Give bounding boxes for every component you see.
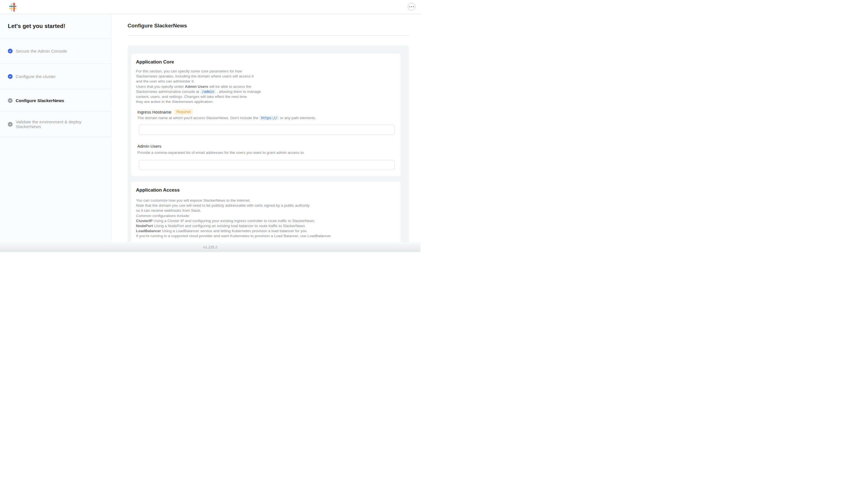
version-footer: v1.125.2 (0, 242, 420, 252)
application-core-card: Application Core For this section, you c… (131, 54, 401, 177)
ingress-hostname-input[interactable] (139, 125, 394, 135)
admin-users-label: Admin Users (137, 144, 161, 148)
step-label: Configure SlackerNews (16, 98, 64, 103)
version-text: v1.125.2 (203, 245, 217, 249)
required-badge: Required (174, 109, 193, 115)
admin-users-input[interactable] (139, 160, 394, 170)
application-access-heading: Application Access (136, 187, 180, 193)
page-title: Configure SlackerNews (128, 23, 187, 29)
check-circle-icon (8, 74, 13, 79)
more-menu-button[interactable] (408, 3, 415, 11)
application-core-heading: Application Core (136, 59, 174, 65)
application-access-card: Application Access You can customize how… (131, 182, 401, 242)
check-circle-icon (8, 122, 13, 127)
sidebar-step-configure-slackernews[interactable]: Configure SlackerNews (0, 89, 111, 112)
admin-users-help: Provide a comma-separated list of email … (137, 150, 305, 155)
step-label: Validate the environment & deploy Slacke… (16, 120, 93, 129)
sidebar-step-secure-admin-console[interactable]: Secure the Admin Console (0, 38, 111, 64)
slackernews-logo-icon (9, 2, 17, 12)
sidebar-title: Let's get you started! (0, 14, 111, 38)
setup-steps-sidebar: Let's get you started! Secure the Admin … (0, 14, 112, 242)
check-circle-icon (8, 49, 13, 53)
sidebar-step-validate-deploy[interactable]: Validate the environment & deploy Slacke… (0, 112, 111, 137)
sidebar-step-configure-cluster[interactable]: Configure the cluster (0, 64, 111, 89)
config-form-panel: Application Core For this section, you c… (128, 45, 409, 242)
check-circle-icon (8, 98, 13, 103)
application-access-description: You can customize how you will expose Sl… (136, 198, 332, 239)
step-label: Configure the cluster (16, 74, 56, 79)
top-header (0, 0, 420, 14)
application-core-description: For this section, you can specify some c… (136, 69, 261, 104)
ellipsis-icon (409, 6, 414, 7)
ingress-hostname-label: Ingress Hostname (137, 110, 172, 114)
step-label: Secure the Admin Console (16, 49, 67, 53)
ingress-hostname-help: The domain name at which you'll access S… (137, 116, 316, 120)
